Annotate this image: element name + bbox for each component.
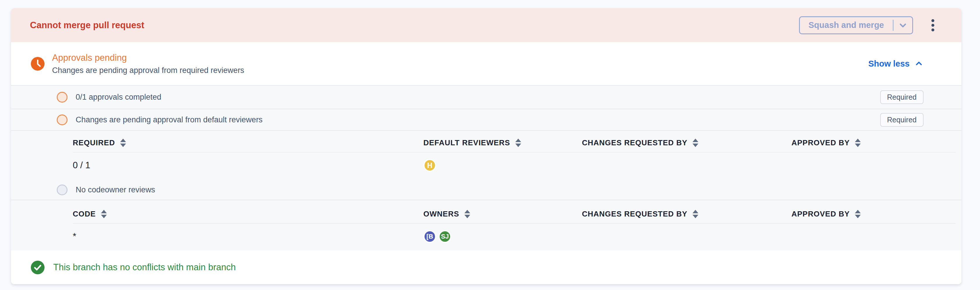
avatar[interactable]: SJ: [439, 230, 451, 243]
avatar[interactable]: [B: [423, 230, 436, 243]
check-label: 0/1 approvals completed: [76, 93, 880, 102]
sort-icon[interactable]: [855, 139, 861, 147]
column-label: APPROVED BY: [791, 209, 850, 219]
column-header-owners[interactable]: OWNERS: [423, 209, 582, 219]
check-row-approvals-count: 0/1 approvals completed Required: [11, 85, 961, 109]
codeowner-status-row: No codeowner reviews: [11, 180, 961, 200]
default-reviewers-cell: H: [423, 159, 582, 172]
column-header-changes-requested-by[interactable]: CHANGES REQUESTED BY: [582, 138, 791, 147]
conflict-status-label: This branch has no conflicts with main b…: [53, 262, 236, 273]
sort-icon[interactable]: [692, 210, 698, 218]
conflict-status-section: This branch has no conflicts with main b…: [11, 250, 961, 284]
merge-checks-card: Cannot merge pull request Squash and mer…: [11, 8, 961, 284]
success-check-icon: [31, 261, 45, 274]
column-label: OWNERS: [423, 209, 459, 219]
chevron-down-icon: [898, 21, 908, 30]
show-less-label[interactable]: Show less: [868, 59, 910, 68]
squash-and-merge-label[interactable]: Squash and merge: [800, 21, 893, 30]
merge-options-dropdown-button[interactable]: [894, 21, 912, 30]
column-label: REQUIRED: [73, 138, 115, 147]
required-count-value: 0 / 1: [73, 160, 423, 171]
squash-and-merge-button[interactable]: Squash and merge: [799, 16, 913, 34]
banner-title: Cannot merge pull request: [30, 20, 799, 30]
column-header-code[interactable]: CODE: [73, 209, 423, 219]
code-pattern-value: *: [73, 231, 423, 242]
avatar[interactable]: H: [423, 159, 436, 172]
column-label: CHANGES REQUESTED BY: [582, 209, 687, 219]
status-subtitle: Changes are pending approval from requir…: [52, 66, 868, 75]
required-badge: Required: [880, 113, 924, 127]
reviewers-table-row: 0 / 1 H: [73, 152, 956, 179]
codeowners-table: CODE OWNERS CHANGES REQUESTED BY APPROVE…: [11, 200, 961, 250]
column-label: CHANGES REQUESTED BY: [582, 138, 687, 147]
column-header-approved-by[interactable]: APPROVED BY: [791, 209, 956, 219]
pending-clock-icon: [31, 57, 45, 71]
sort-icon[interactable]: [515, 139, 521, 147]
sort-icon[interactable]: [101, 210, 107, 218]
show-less-toggle[interactable]: Show less: [868, 59, 924, 68]
column-header-default-reviewers[interactable]: DEFAULT REVIEWERS: [423, 138, 582, 147]
codeowners-table-header: CODE OWNERS CHANGES REQUESTED BY APPROVE…: [73, 209, 956, 224]
column-label: DEFAULT REVIEWERS: [423, 138, 510, 147]
check-label: Changes are pending approval from defaul…: [76, 116, 880, 124]
codeowners-table-row: * [B SJ: [73, 224, 956, 250]
kebab-dot: [931, 29, 934, 32]
status-title: Approvals pending: [52, 52, 868, 63]
column-header-changes-requested-by[interactable]: CHANGES REQUESTED BY: [582, 209, 791, 219]
owners-cell: [B SJ: [423, 230, 582, 243]
reviewers-table-header: REQUIRED DEFAULT REVIEWERS CHANGES REQUE…: [73, 138, 956, 152]
column-label: APPROVED BY: [791, 138, 850, 147]
sort-icon[interactable]: [855, 210, 861, 218]
required-badge: Required: [880, 90, 924, 104]
reviewers-table: REQUIRED DEFAULT REVIEWERS CHANGES REQUE…: [11, 130, 961, 180]
sort-icon[interactable]: [692, 139, 698, 147]
column-header-required[interactable]: REQUIRED: [73, 138, 423, 147]
pending-circle-icon: [57, 114, 67, 125]
chevron-up-icon: [914, 59, 924, 68]
check-row-default-reviewers: Changes are pending approval from defaul…: [11, 109, 961, 130]
column-header-approved-by[interactable]: APPROVED BY: [791, 138, 956, 147]
approvals-pending-section: Approvals pending Changes are pending ap…: [11, 42, 961, 85]
codeowner-status-label: No codeowner reviews: [76, 185, 924, 194]
neutral-circle-icon: [57, 184, 67, 195]
cannot-merge-banner: Cannot merge pull request Squash and mer…: [11, 8, 961, 42]
kebab-dot: [931, 19, 934, 22]
pending-circle-icon: [57, 92, 67, 103]
sort-icon[interactable]: [120, 139, 126, 147]
kebab-dot: [931, 24, 934, 27]
sort-icon[interactable]: [465, 210, 470, 218]
column-label: CODE: [73, 209, 96, 219]
more-options-button[interactable]: [925, 16, 941, 34]
status-text: Approvals pending Changes are pending ap…: [52, 52, 868, 75]
